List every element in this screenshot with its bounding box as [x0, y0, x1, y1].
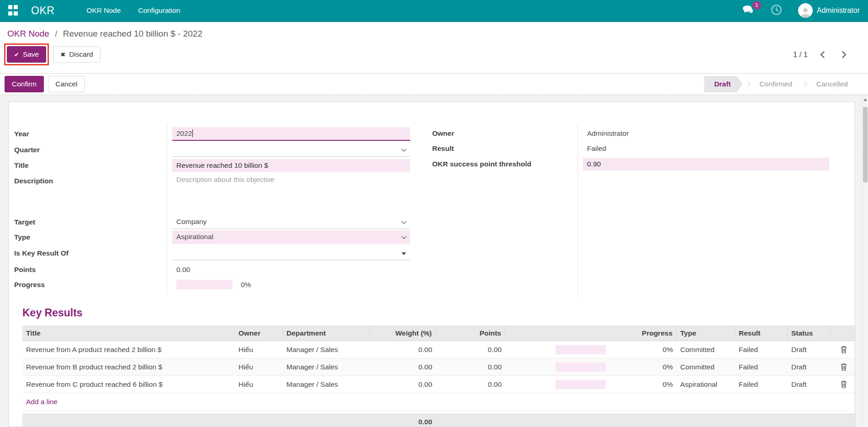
col-type[interactable]: Type: [677, 326, 735, 341]
kr-cell-points: 0.00: [436, 376, 505, 393]
kr-cell-progress: 0%: [505, 358, 677, 375]
kr-cell-type: Committed: [677, 341, 735, 358]
confirm-button[interactable]: Confirm: [5, 76, 44, 92]
title-input[interactable]: [172, 159, 410, 172]
year-label: Year: [14, 130, 172, 138]
statusbar-step-confirmed[interactable]: Confirmed: [752, 76, 800, 92]
kr-cell-weight: 0.00: [370, 358, 436, 375]
col-title[interactable]: Title: [22, 326, 235, 341]
statusbar-separator-icon: [801, 81, 807, 87]
kr-cell-points: 0.00: [436, 341, 505, 358]
avatar: [798, 3, 813, 18]
col-points[interactable]: Points: [436, 326, 505, 341]
target-select[interactable]: Company: [172, 215, 410, 229]
caret-down-icon: [402, 252, 406, 255]
kr-cell-result: Failed: [735, 341, 788, 358]
col-actions: [831, 326, 855, 341]
breadcrumb-parent-link[interactable]: OKR Node: [7, 29, 49, 38]
key-results-heading: Key Results: [22, 307, 835, 319]
activity-button[interactable]: [770, 4, 783, 18]
kr-cell-progress: 0%: [505, 341, 677, 358]
app-brand[interactable]: OKR: [31, 5, 54, 17]
kr-cell-status: Draft: [788, 358, 831, 375]
kr-cell-progress: 0%: [505, 376, 677, 393]
pager-value: 1 / 1: [793, 50, 808, 59]
statusbar-step-draft[interactable]: Draft: [704, 76, 742, 92]
chevron-down-icon: [401, 219, 406, 224]
trash-icon[interactable]: [835, 376, 853, 393]
col-owner[interactable]: Owner: [235, 326, 283, 341]
cancel-button[interactable]: Cancel: [48, 76, 85, 92]
col-progress[interactable]: Progress: [505, 326, 677, 341]
breadcrumb-current: Revenue reached 10 billion $ - 2022: [63, 29, 202, 38]
up-arrow-icon[interactable]: [863, 98, 867, 101]
col-department[interactable]: Department: [283, 326, 370, 341]
description-row: Description: [14, 173, 410, 208]
top-navbar: OKR OKR Node Configuration 1 Administrat…: [0, 0, 868, 22]
kr-progress-bar: [556, 345, 606, 354]
threshold-label: OKR success point threshold: [432, 160, 583, 168]
form-sheet: Year 2022 Quarter Title: [8, 101, 855, 427]
save-button[interactable]: ✔ Save: [7, 46, 46, 63]
user-menu[interactable]: Administrator: [798, 3, 860, 18]
menu-configuration[interactable]: Configuration: [138, 6, 180, 15]
kr-cell-points: 0.00: [436, 358, 505, 375]
kr-cell-type: Aspirational: [677, 376, 735, 393]
kr-cell-title: Revenue from B product reached 2 billion…: [22, 358, 235, 375]
col-weight[interactable]: Weight (%): [370, 326, 436, 341]
chevron-down-icon: [401, 146, 406, 151]
kr-cell-owner: Hiếu: [235, 376, 283, 393]
breadcrumb: OKR Node / Revenue reached 10 billion $ …: [7, 26, 861, 42]
threshold-input[interactable]: [583, 158, 829, 171]
scrollbar-thumb[interactable]: [863, 107, 868, 182]
trash-icon[interactable]: [835, 341, 853, 358]
kr-row-2[interactable]: Revenue from B product reached 2 billion…: [22, 358, 855, 376]
content-area: Year 2022 Quarter Title: [0, 95, 868, 427]
description-label: Description: [14, 173, 172, 185]
progress-label: Progress: [14, 281, 172, 289]
apps-grid-icon[interactable]: [8, 5, 19, 16]
form-group-left: Year 2022 Quarter Title: [14, 126, 410, 292]
check-icon: ✔: [14, 51, 19, 58]
text-cursor: [192, 129, 193, 137]
vertical-scrollbar: [862, 95, 868, 427]
discard-button[interactable]: ✖ Discard: [53, 46, 100, 63]
clock-icon: [770, 10, 783, 17]
owner-value: Administrator: [583, 127, 829, 140]
form-fields: Year 2022 Quarter Title: [14, 126, 835, 292]
pager: 1 / 1: [793, 50, 861, 59]
result-value: Failed: [583, 142, 829, 155]
quarter-label: Quarter: [14, 146, 172, 154]
close-icon: ✖: [60, 51, 65, 58]
menu-okr-node[interactable]: OKR Node: [86, 6, 121, 15]
kr-cell-title: Revenue from C product reached 6 billion…: [22, 376, 235, 393]
kr-cell-department: Manager / Sales: [283, 341, 370, 358]
points-label: Points: [14, 266, 172, 274]
is-key-result-of-field[interactable]: [172, 246, 410, 260]
kr-cell-type: Committed: [677, 358, 735, 375]
kr-cell-owner: Hiếu: [235, 341, 283, 358]
chat-bubbles-icon: [742, 8, 755, 16]
chevron-left-icon[interactable]: [820, 51, 828, 58]
description-input[interactable]: [172, 173, 410, 203]
kr-row-1[interactable]: Revenue from A product reached 2 billion…: [22, 341, 855, 358]
trash-icon[interactable]: [835, 358, 853, 375]
add-a-line-link[interactable]: Add a line: [22, 393, 855, 411]
statusbar-steps: Draft Confirmed Cancelled: [704, 76, 855, 92]
statusbar-step-cancelled[interactable]: Cancelled: [809, 76, 855, 92]
year-input[interactable]: 2022: [172, 127, 410, 141]
quarter-select[interactable]: [172, 143, 410, 157]
kr-row-3[interactable]: Revenue from C product reached 6 billion…: [22, 376, 855, 393]
type-select[interactable]: Aspirational: [172, 230, 410, 244]
statusbar-separator-icon: [745, 81, 751, 87]
kr-cell-owner: Hiếu: [235, 358, 283, 375]
kr-footer-total-weight: 0.00: [370, 418, 436, 426]
col-status[interactable]: Status: [788, 326, 831, 341]
form-statusbar: Confirm Cancel Draft Confirmed Cancelled: [0, 74, 868, 95]
chevron-right-icon[interactable]: [839, 51, 847, 58]
col-result[interactable]: Result: [735, 326, 788, 341]
kr-cell-weight: 0.00: [370, 376, 436, 393]
title-label: Title: [14, 161, 172, 170]
breadcrumb-separator: /: [55, 29, 57, 38]
messages-button[interactable]: 1: [742, 5, 755, 16]
